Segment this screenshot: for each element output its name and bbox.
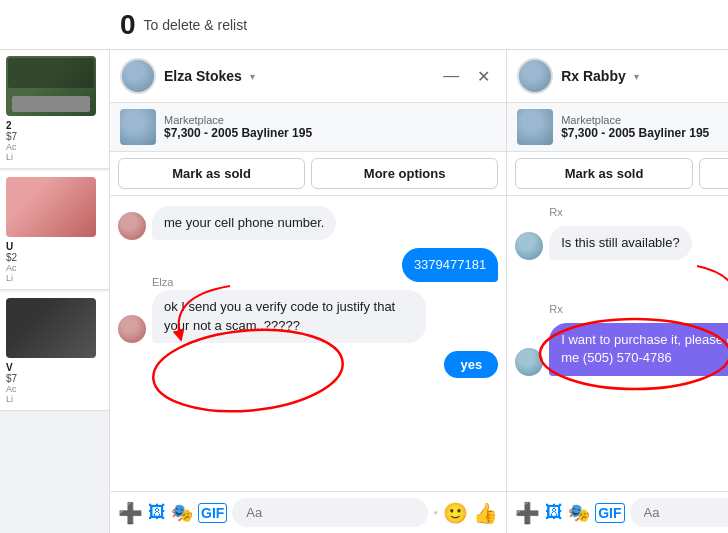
chat-header-right: Rx Rabby ▾ — bbox=[507, 50, 728, 103]
listing-price: $7 bbox=[6, 373, 103, 384]
action-buttons-right: Mark as sold More options bbox=[507, 152, 728, 196]
chat-input-bar-left: ➕ 🖼 🎭 GIF ● 🙂 👍 bbox=[110, 491, 506, 533]
listing-price: $7 bbox=[6, 131, 103, 142]
message-row: I want to purchase it, please call and t… bbox=[515, 323, 728, 375]
more-options-button-right[interactable]: More options bbox=[699, 158, 728, 189]
sticker-icon[interactable]: 🎭 bbox=[568, 502, 590, 524]
like-icon[interactable]: 👍 bbox=[473, 501, 498, 525]
listing-info-text-left: Marketplace $7,300 - 2005 Bayliner 195 bbox=[164, 114, 312, 140]
message-bubble: Is this still available? bbox=[549, 226, 692, 260]
list-item[interactable]: V $7 Ac Li bbox=[0, 292, 109, 411]
avatar bbox=[118, 315, 146, 343]
listing-label: Ac bbox=[6, 384, 103, 394]
top-bar: 0 To delete & relist bbox=[0, 0, 728, 50]
chevron-down-icon: ▾ bbox=[634, 71, 639, 82]
dot-icon: ● bbox=[433, 508, 438, 517]
listing-price: $2 bbox=[6, 252, 103, 263]
message-row: Is this still available? bbox=[515, 226, 728, 260]
count-display: 0 bbox=[120, 9, 136, 41]
mark-as-sold-button-right[interactable]: Mark as sold bbox=[515, 158, 693, 189]
sidebar: 2 $7 Ac Li U $2 Ac Li V $7 Ac Li bbox=[0, 50, 110, 533]
chat-panels: Elza Stokes ▾ — ✕ Marketplace $7,300 - 2… bbox=[110, 50, 728, 533]
marketplace-label-left: Marketplace bbox=[164, 114, 312, 126]
avatar bbox=[515, 232, 543, 260]
emoji-icon[interactable]: 🙂 bbox=[443, 501, 468, 525]
chat-header-actions-left: — ✕ bbox=[437, 65, 496, 88]
chat-input-left[interactable] bbox=[232, 498, 428, 527]
message-row: Elza ok I send you a verify code to just… bbox=[118, 290, 498, 342]
listing-info-left: Marketplace $7,300 - 2005 Bayliner 195 bbox=[110, 103, 506, 152]
avatar bbox=[517, 58, 553, 94]
avatar bbox=[118, 212, 146, 240]
chat-header-left: Elza Stokes ▾ — ✕ bbox=[110, 50, 506, 103]
listing-info-right: Marketplace $7,300 - 2005 Bayliner 195 bbox=[507, 103, 728, 152]
chat-name-right: Rx Rabby bbox=[561, 68, 626, 84]
listing-label: Ac bbox=[6, 263, 103, 273]
message-row: No bbox=[515, 384, 728, 411]
close-button-left[interactable]: ✕ bbox=[471, 65, 496, 88]
avatar bbox=[515, 348, 543, 376]
list-item[interactable]: 2 $7 Ac Li bbox=[0, 50, 109, 169]
listing-label2: Li bbox=[6, 394, 103, 404]
listing-thumb-left bbox=[120, 109, 156, 145]
listing-thumb-right bbox=[517, 109, 553, 145]
listing-price-right: $7,300 - 2005 Bayliner 195 bbox=[561, 126, 709, 140]
subtitle-text: To delete & relist bbox=[144, 17, 248, 33]
message-bubble-highlighted: I want to purchase it, please call and t… bbox=[549, 323, 728, 375]
mark-as-sold-button-left[interactable]: Mark as sold bbox=[118, 158, 305, 189]
chat-input-right[interactable] bbox=[630, 498, 728, 527]
listing-label2: Li bbox=[6, 152, 103, 162]
photo-icon[interactable]: 🖼 bbox=[545, 502, 563, 523]
left-chat-panel: Elza Stokes ▾ — ✕ Marketplace $7,300 - 2… bbox=[110, 50, 507, 533]
message-bubble: ok I send you a verify code to justify t… bbox=[152, 290, 426, 342]
gif-icon[interactable]: GIF bbox=[198, 503, 227, 523]
listing-title: V bbox=[6, 362, 103, 373]
plus-icon[interactable]: ➕ bbox=[515, 501, 540, 525]
message-row: 3379477181 bbox=[118, 248, 498, 282]
listing-title: U bbox=[6, 241, 103, 252]
sender-label: Rx bbox=[549, 303, 728, 315]
plus-icon[interactable]: ➕ bbox=[118, 501, 143, 525]
chevron-down-icon: ▾ bbox=[250, 71, 255, 82]
listing-label2: Li bbox=[6, 273, 103, 283]
listing-price-left: $7,300 - 2005 Bayliner 195 bbox=[164, 126, 312, 140]
list-item[interactable]: U $2 Ac Li bbox=[0, 171, 109, 290]
yes-button-left[interactable]: yes bbox=[444, 351, 498, 378]
right-chat-panel: Rx Rabby ▾ — Marketplace $7,300 - 2005 B… bbox=[507, 50, 728, 533]
message-row: yes bbox=[515, 268, 728, 295]
message-bubble: 3379477181 bbox=[402, 248, 498, 282]
message-row: me your cell phone number. bbox=[118, 206, 498, 240]
sender-label: Elza bbox=[152, 276, 173, 288]
photo-icon[interactable]: 🖼 bbox=[148, 502, 166, 523]
more-options-button-left[interactable]: More options bbox=[311, 158, 498, 189]
listing-title: 2 bbox=[6, 120, 103, 131]
chat-name-left: Elza Stokes bbox=[164, 68, 242, 84]
chat-input-bar-right: ➕ 🖼 🎭 GIF 🙂 ⋯ bbox=[507, 491, 728, 533]
messages-left: me your cell phone number. 3379477181 El… bbox=[110, 196, 506, 491]
main-area: 2 $7 Ac Li U $2 Ac Li V $7 Ac Li Elza S bbox=[0, 50, 728, 533]
marketplace-label-right: Marketplace bbox=[561, 114, 709, 126]
sticker-icon[interactable]: 🎭 bbox=[171, 502, 193, 524]
message-bubble: me your cell phone number. bbox=[152, 206, 336, 240]
messages-right: Rx Is this still available? yes Rx I wan… bbox=[507, 196, 728, 491]
avatar bbox=[120, 58, 156, 94]
minimize-button-left[interactable]: — bbox=[437, 65, 465, 88]
action-buttons-left: Mark as sold More options bbox=[110, 152, 506, 196]
listing-label: Ac bbox=[6, 142, 103, 152]
gif-icon[interactable]: GIF bbox=[595, 503, 624, 523]
listing-info-text-right: Marketplace $7,300 - 2005 Bayliner 195 bbox=[561, 114, 709, 140]
message-row: yes bbox=[118, 351, 498, 378]
sender-label: Rx bbox=[549, 206, 728, 218]
